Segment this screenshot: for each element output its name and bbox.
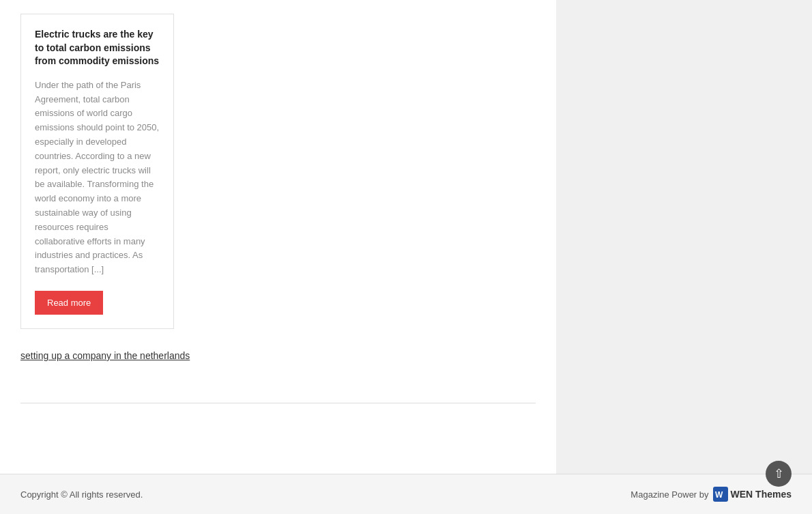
page-wrapper: Electric trucks are the key to total car… [0, 0, 812, 514]
wen-themes-logo[interactable]: W WEN Themes [713, 487, 792, 502]
main-content-area: Electric trucks are the key to total car… [0, 0, 812, 474]
footer-powered-by: Magazine Power by W WEN Themes [630, 487, 792, 502]
article-card: Electric trucks are the key to total car… [20, 14, 174, 329]
footer-link-section: setting up a company in the netherlands [20, 349, 536, 375]
article-title: Electric trucks are the key to total car… [35, 28, 160, 68]
footer-link[interactable]: setting up a company in the netherlands [20, 350, 190, 361]
footer-copyright: Copyright © All rights reserved. [20, 489, 143, 500]
powered-by-text: Magazine Power by [630, 489, 708, 500]
wen-themes-icon: W [713, 487, 728, 502]
wen-themes-label: WEN Themes [731, 489, 792, 500]
read-more-button[interactable]: Read more [35, 291, 103, 315]
divider-line [20, 403, 536, 403]
sidebar-column [556, 0, 812, 474]
article-body: Under the path of the Paris Agreement, t… [35, 78, 160, 277]
scroll-to-top-button[interactable]: ⇧ [766, 461, 792, 487]
svg-text:W: W [715, 490, 723, 500]
content-column: Electric trucks are the key to total car… [0, 0, 556, 474]
site-footer: Copyright © All rights reserved. Magazin… [0, 474, 812, 514]
